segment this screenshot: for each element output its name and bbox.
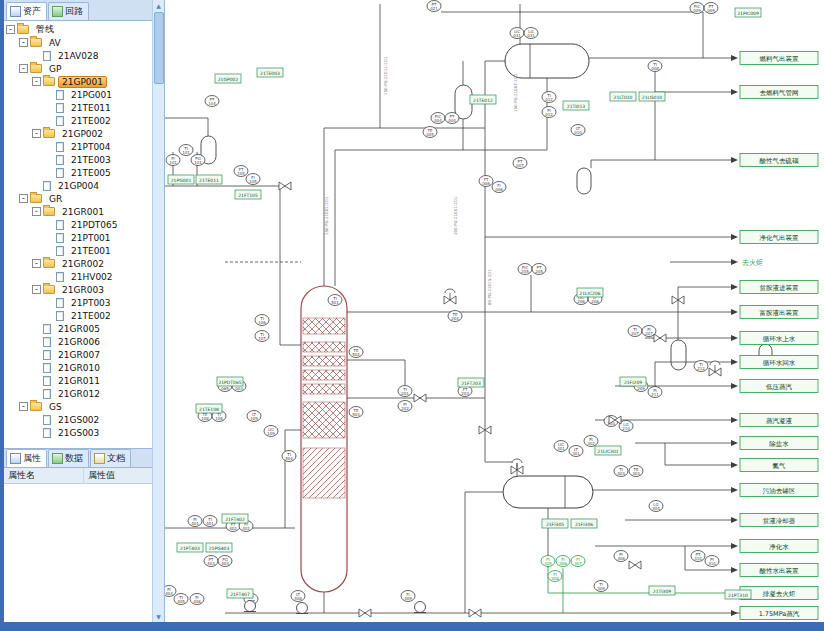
tree-item-21PG001[interactable]: 21PG001 xyxy=(4,88,164,101)
tree-item-label[interactable]: AV xyxy=(45,37,65,49)
tree-item-label[interactable]: 21TE002 xyxy=(67,310,115,322)
valve-icon[interactable] xyxy=(279,182,291,190)
scrollbar-thumb[interactable] xyxy=(154,12,164,84)
tree-expander-icon[interactable]: - xyxy=(19,194,28,203)
tree-item-label[interactable]: 21AV028 xyxy=(54,50,102,62)
tree-item-21GP004[interactable]: 21GP004 xyxy=(4,179,164,192)
pump-icon[interactable] xyxy=(415,602,426,613)
tree-expander-icon[interactable]: - xyxy=(19,402,28,411)
tree-item-label[interactable]: 21GR005 xyxy=(54,323,104,335)
tab-properties[interactable]: 属性 xyxy=(6,449,47,467)
tree-item-label[interactable]: 21GR010 xyxy=(54,362,104,374)
tree-item-21GS003[interactable]: 21GS003 xyxy=(4,426,164,439)
tab-documents[interactable]: 文档 xyxy=(90,449,131,467)
tree-item-GR[interactable]: -GR xyxy=(4,192,164,205)
valve-icon[interactable] xyxy=(629,561,641,569)
vertical-vessel[interactable] xyxy=(455,85,472,119)
tree-item-21PDT065[interactable]: 21PDT065 xyxy=(4,218,164,231)
scroll-down-icon[interactable]: ▼ xyxy=(153,611,164,622)
tree-item-label[interactable]: 21PT003 xyxy=(67,297,115,309)
tree-item-label[interactable]: 21GS003 xyxy=(54,427,103,439)
tree-item-21GR006[interactable]: 21GR006 xyxy=(4,335,164,348)
tree-item-label[interactable]: 21TE011 xyxy=(67,102,115,114)
tree-expander-icon[interactable]: - xyxy=(6,25,15,34)
valve-icon[interactable] xyxy=(414,394,426,402)
tree-item-GS[interactable]: -GS xyxy=(4,400,164,413)
tab-loops[interactable]: 回路 xyxy=(48,2,89,20)
instrument-number: 204 xyxy=(451,316,459,321)
valve-icon[interactable] xyxy=(359,609,371,617)
tree-item-21GR011[interactable]: 21GR011 xyxy=(4,374,164,387)
tab-data[interactable]: 数据 xyxy=(48,449,89,467)
tree-item-21PT001[interactable]: 21PT001 xyxy=(4,231,164,244)
tree-item-label[interactable]: GR xyxy=(45,193,66,205)
pid-diagram[interactable]: 燃料气出装置去燃料气管网酸性气去硫磺净化气出装置去火炬贫胺液进装置富胺液出装置循… xyxy=(165,0,824,622)
tree-item-21GS002[interactable]: 21GS002 xyxy=(4,413,164,426)
tree-item-21TE001[interactable]: 21TE001 xyxy=(4,244,164,257)
tree-item-21GR012[interactable]: 21GR012 xyxy=(4,387,164,400)
tree-item-label[interactable]: 21GR001 xyxy=(58,206,108,218)
pump-icon[interactable] xyxy=(245,601,256,612)
tree-item-21GR002[interactable]: -21GR002 xyxy=(4,257,164,270)
tree-item-label[interactable]: 21PT001 xyxy=(67,232,115,244)
tree-scrollbar[interactable]: ▲ ▼ xyxy=(152,0,164,622)
tree-item-label[interactable]: 21PG001 xyxy=(67,89,116,101)
tree-item-label[interactable]: GS xyxy=(45,401,66,413)
tree-item-21GP001[interactable]: -21GP001 xyxy=(4,75,164,88)
tree-item-label[interactable]: 21PDT065 xyxy=(67,219,122,231)
tree-item-21PT003[interactable]: 21PT003 xyxy=(4,296,164,309)
tree-item-label[interactable]: 21GR007 xyxy=(54,349,104,361)
vertical-vessel[interactable] xyxy=(577,168,591,194)
tree-item-label[interactable]: 21TE001 xyxy=(67,245,115,257)
tree-item-label[interactable]: 21HV002 xyxy=(67,271,117,283)
tree-item-21GP002[interactable]: -21GP002 xyxy=(4,127,164,140)
tree-expander-icon[interactable]: - xyxy=(19,38,28,47)
pump-icon[interactable] xyxy=(297,603,308,614)
tree-item-21TE005[interactable]: 21TE005 xyxy=(4,166,164,179)
tree-item-label[interactable]: 21GP004 xyxy=(54,180,103,192)
tree-expander-icon[interactable]: - xyxy=(19,64,28,73)
tree-item-label[interactable]: GP xyxy=(45,63,65,75)
tree-item-21AV028[interactable]: 21AV028 xyxy=(4,49,164,62)
horizontal-drum[interactable] xyxy=(505,44,589,78)
pipe-line xyxy=(165,118,208,136)
valve-icon[interactable] xyxy=(469,609,481,617)
tree-item-label[interactable]: 21GP001 xyxy=(58,76,107,88)
tree-item-AV[interactable]: -AV xyxy=(4,36,164,49)
tree-item-label[interactable]: 21PT004 xyxy=(67,141,115,153)
tree-item-21TE011[interactable]: 21TE011 xyxy=(4,101,164,114)
valve-icon[interactable] xyxy=(654,334,666,342)
tree-item-21GR003[interactable]: -21GR003 xyxy=(4,283,164,296)
tree-item-21GR005[interactable]: 21GR005 xyxy=(4,322,164,335)
tree-item-21PT004[interactable]: 21PT004 xyxy=(4,140,164,153)
tree-expander-icon[interactable]: - xyxy=(32,77,41,86)
tree-item-21GR001[interactable]: -21GR001 xyxy=(4,205,164,218)
tree-item-21HV002[interactable]: 21HV002 xyxy=(4,270,164,283)
tree-item-GP[interactable]: -GP xyxy=(4,62,164,75)
tree-expander-icon[interactable]: - xyxy=(32,207,41,216)
tree-item-21TE002[interactable]: 21TE002 xyxy=(4,114,164,127)
tree-item-21TE002[interactable]: 21TE002 xyxy=(4,309,164,322)
tree-item-21GR007[interactable]: 21GR007 xyxy=(4,348,164,361)
tree-item-label[interactable]: 21GR006 xyxy=(54,336,104,348)
tree-item-label[interactable]: 21TE003 xyxy=(67,154,115,166)
tree-item-管线[interactable]: -管线 xyxy=(4,23,164,36)
horizontal-drum[interactable] xyxy=(503,476,593,508)
tree-expander-icon[interactable]: - xyxy=(32,285,41,294)
vertical-vessel[interactable] xyxy=(671,340,686,370)
tree-item-label[interactable]: 21GP002 xyxy=(58,128,107,140)
tree-item-label[interactable]: 21TE002 xyxy=(67,115,115,127)
tree-expander-icon[interactable]: - xyxy=(32,129,41,138)
tree-item-label[interactable]: 21GR011 xyxy=(54,375,104,387)
tree-item-label[interactable]: 21GR002 xyxy=(58,258,108,270)
tree-expander-icon[interactable]: - xyxy=(32,259,41,268)
tree-item-21GR010[interactable]: 21GR010 xyxy=(4,361,164,374)
tree-item-label[interactable]: 21GS002 xyxy=(54,414,103,426)
tree-item-label[interactable]: 21GR003 xyxy=(58,284,108,296)
tree-item-label[interactable]: 管线 xyxy=(32,22,58,37)
tree-item-21TE003[interactable]: 21TE003 xyxy=(4,153,164,166)
tab-assets[interactable]: 资产 xyxy=(6,2,47,20)
tree-item-label[interactable]: 21TE005 xyxy=(67,167,115,179)
scroll-up-icon[interactable]: ▲ xyxy=(153,0,164,11)
tree-item-label[interactable]: 21GR012 xyxy=(54,388,104,400)
